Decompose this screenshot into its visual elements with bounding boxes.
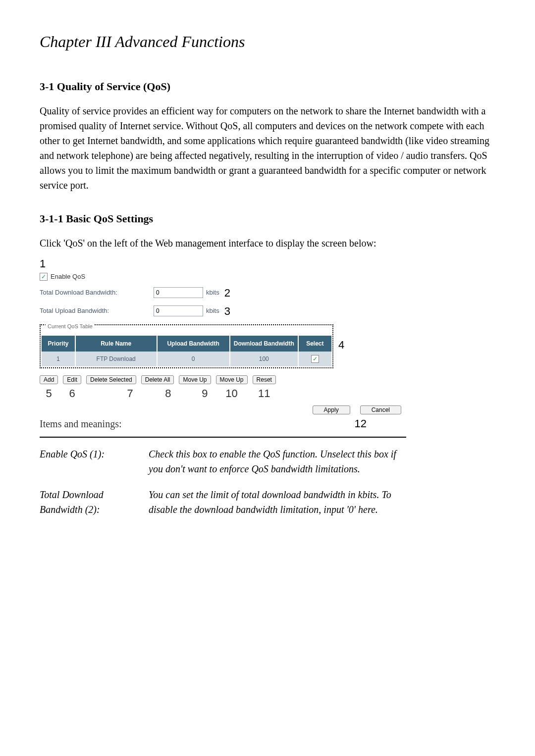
move-up-button[interactable]: Move Up (179, 375, 211, 384)
annot-8: 8 (165, 385, 171, 402)
section-31-body: Quality of service provides an efficient… (40, 103, 495, 193)
upload-bw-label: Total Upload Bandwidth: (40, 306, 154, 316)
current-qos-table-box: Current QoS Table Priority Rule Name Upl… (40, 324, 333, 369)
cell-down: 100 (230, 352, 298, 366)
section-311-body: Click 'QoS' on the left of the Web manag… (40, 236, 495, 251)
def-desc-1: Check this box to enable the QoS functio… (149, 447, 406, 476)
th-select: Select (298, 336, 331, 352)
def-term-1: Enable QoS (1): (40, 447, 149, 476)
items-and-meanings-label: Items and meanings: (40, 416, 122, 431)
qos-table: Priority Rule Name Upload Bandwidth Down… (42, 336, 331, 366)
section-31-title: 3-1 Quality of Service (QoS) (40, 78, 495, 95)
edit-button[interactable]: Edit (63, 375, 81, 384)
def-total-download: Total Download Bandwidth (2): You can se… (40, 487, 406, 517)
cell-rule: FTP Download (75, 352, 157, 366)
chapter-title: Chapter III Advanced Functions (40, 30, 495, 53)
annot-4: 4 (338, 337, 344, 353)
add-button[interactable]: Add (40, 375, 58, 384)
delete-selected-button[interactable]: Delete Selected (86, 375, 136, 384)
annot-12: 12 (355, 415, 367, 432)
annot-2: 2 (224, 285, 230, 301)
cancel-button[interactable]: Cancel (360, 405, 401, 414)
upload-bw-input[interactable] (154, 305, 203, 316)
section-311-title: 3-1-1 Basic QoS Settings (40, 210, 495, 227)
button-row: Add 5 Edit 6 Delete Selected 7 Delete Al… (40, 375, 337, 402)
cell-priority: 1 (42, 352, 75, 366)
apply-button[interactable]: Apply (313, 405, 350, 414)
def-desc-2: You can set the limit of total download … (149, 487, 406, 517)
enable-qos-label: Enable QoS (51, 272, 85, 282)
def-term-2a: Total Download (40, 487, 149, 502)
download-bw-input[interactable] (154, 287, 203, 298)
table-legend: Current QoS Table (46, 322, 95, 331)
annot-5: 5 (46, 385, 52, 402)
annot-3: 3 (224, 303, 230, 319)
row-select-checkbox[interactable]: ✓ (311, 355, 319, 363)
def-term-2b: Bandwidth (2): (40, 502, 149, 517)
annot-9: 9 (202, 385, 208, 402)
enable-qos-checkbox[interactable]: ✓ (40, 273, 48, 281)
reset-button[interactable]: Reset (253, 375, 276, 384)
th-upload-bw: Upload Bandwidth (157, 336, 230, 352)
annot-10: 10 (225, 385, 237, 402)
th-priority: Priority (42, 336, 75, 352)
qos-screenshot: 1 ✓ Enable QoS Total Download Bandwidth:… (40, 255, 396, 432)
cell-select: ✓ (298, 352, 331, 366)
cell-up: 0 (157, 352, 230, 366)
annot-7: 7 (127, 385, 133, 402)
th-rule-name: Rule Name (75, 336, 157, 352)
annot-1: 1 (40, 255, 396, 272)
upload-bw-unit: kbits (206, 306, 219, 316)
download-bw-label: Total Download Bandwidth: (40, 288, 154, 298)
delete-all-button[interactable]: Delete All (141, 375, 174, 384)
move-up-2-button[interactable]: Move Up (216, 375, 248, 384)
table-row: 1 FTP Download 0 100 ✓ (42, 352, 331, 366)
annot-6: 6 (69, 385, 75, 402)
def-term-2: Total Download Bandwidth (2): (40, 487, 149, 517)
def-enable-qos: Enable QoS (1): Check this box to enable… (40, 447, 406, 476)
annot-11: 11 (258, 385, 270, 402)
th-download-bw: Download Bandwidth (230, 336, 298, 352)
divider (40, 437, 406, 438)
download-bw-unit: kbits (206, 288, 219, 298)
